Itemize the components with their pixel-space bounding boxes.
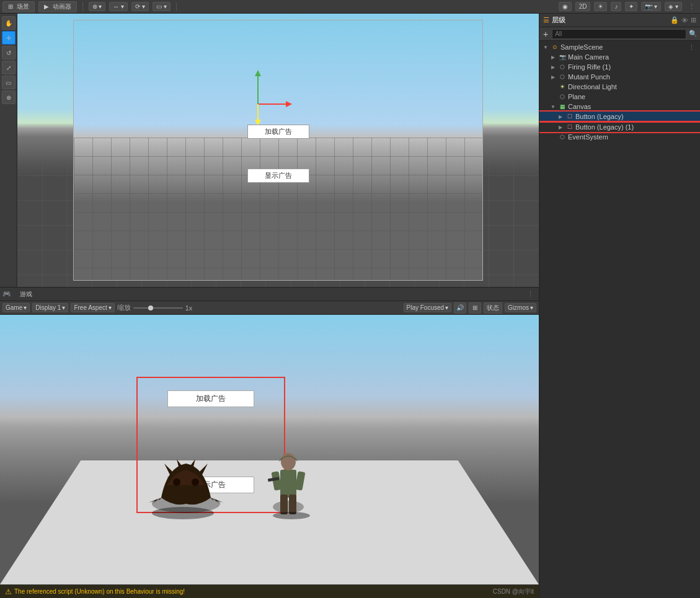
scene-panel-menu[interactable]: ⋮ <box>686 2 698 11</box>
hierarchy-item-plane[interactable]: ▶ ⬡ Plane <box>539 92 700 102</box>
hierarchy-search-input[interactable] <box>552 29 686 39</box>
scale-tool-btn[interactable]: ⟳ ▾ <box>131 2 149 11</box>
scale-container: 缩放 1x <box>117 303 193 312</box>
svg-rect-10 <box>280 470 296 498</box>
rifle-item-icon: ⬡ <box>558 63 567 71</box>
button-legacy-1-label: Button (Legacy) (1) <box>575 123 634 131</box>
scale-slider[interactable] <box>133 307 183 309</box>
game-options-toolbar: Game ▾ Display 1 ▾ Free Aspect ▾ 缩放 1x <box>0 301 539 315</box>
hierarchy-item-button-legacy[interactable]: ▶ ☐ Button (Legacy) <box>539 112 700 121</box>
transform-tool[interactable]: ⊕ <box>2 90 16 104</box>
game-tab[interactable]: 游戏 <box>16 289 36 300</box>
scene-load-ad-btn[interactable]: 加载广告 <box>247 125 309 139</box>
plane-item-icon: ⬡ <box>558 92 567 101</box>
game-load-ad-btn[interactable]: 加载广告 <box>167 390 254 407</box>
button-legacy-1-expand-arrow[interactable]: ▶ <box>557 123 564 131</box>
canvas-expand-arrow[interactable]: ▼ <box>549 103 557 110</box>
rifle-item-label: Firing Rifle (1) <box>568 63 611 71</box>
gizmos-chevron-icon: ▾ <box>530 304 533 311</box>
sep2 <box>176 2 177 11</box>
error-text: The referenced script (Unknown) on this … <box>14 588 185 595</box>
hierarchy-eye-icon[interactable]: 👁 <box>681 17 688 24</box>
event-item-icon: ⬡ <box>558 133 567 141</box>
mutant-item-label: Mutant Punch <box>568 73 610 81</box>
game-toolbar: 🎮 游戏 ⋮ <box>0 288 539 301</box>
canvas-item-label: Canvas <box>568 103 591 110</box>
rotate-tool[interactable]: ↺ <box>2 46 16 59</box>
svg-marker-3 <box>286 101 292 107</box>
rect-tool[interactable]: ▭ <box>2 76 16 89</box>
mutant-expand-arrow[interactable]: ▶ <box>549 73 557 81</box>
gizmos-dropdown[interactable]: Gizmos ▾ <box>505 303 536 312</box>
game-icon: 🎮 <box>2 290 11 298</box>
game-view: 🎮 游戏 ⋮ Game ▾ Display 1 ▾ Free Aspect ▾ <box>0 287 539 584</box>
scene-icon: ⊞ <box>8 3 13 10</box>
stats-grid-btn[interactable]: ⊞ <box>469 302 481 314</box>
play-focused-dropdown[interactable]: Play Focused ▾ <box>404 303 452 312</box>
hierarchy-item-canvas[interactable]: ▼ ▦ Canvas <box>539 102 700 112</box>
shader-btn[interactable]: ◉ <box>559 2 572 11</box>
audio-btn[interactable]: ♪ <box>611 2 621 11</box>
hierarchy-item-event-system[interactable]: ▶ ⬡ EventSystem <box>539 132 700 142</box>
game-chevron-icon: ▾ <box>24 304 27 311</box>
csdn-credit: CSDN @向宇it <box>493 587 534 596</box>
camera-item-icon: 📷 <box>558 53 567 61</box>
audio-toggle-btn[interactable]: 🔊 <box>454 302 466 314</box>
camera-expand-arrow[interactable]: ▶ <box>549 53 557 61</box>
scale-tool[interactable]: ⤢ <box>2 61 16 74</box>
scene-item-label: SampleScene <box>560 43 603 51</box>
animator-tab-btn[interactable]: ▶ 动画器 <box>38 1 77 12</box>
rect-tool-btn[interactable]: ▭ ▾ <box>153 2 171 11</box>
canvas-grid <box>74 138 482 280</box>
svg-point-9 <box>273 501 304 513</box>
game-panel-menu[interactable]: ⋮ <box>525 290 536 298</box>
hierarchy-lock-icon[interactable]: 🔒 <box>670 16 679 24</box>
button-legacy-expand-arrow[interactable]: ▶ <box>557 113 564 120</box>
scene-canvas: 加载广告 显示广告 <box>73 20 483 281</box>
hand-tool[interactable]: ✋ <box>2 16 16 30</box>
left-panel: ✋ ✛ ↺ ⤢ ▭ ⊕ <box>0 14 539 598</box>
effects-btn[interactable]: ✦ <box>625 2 637 11</box>
hierarchy-content: ▼ ⊙ SampleScene ⋮ ▶ 📷 Main Camera ▶ ⬡ Fi… <box>539 41 700 598</box>
hierarchy-item-directional-light[interactable]: ▶ ☀ Directional Light <box>539 82 700 92</box>
svg-rect-13 <box>295 471 305 491</box>
play-focused-chevron-icon: ▾ <box>445 304 448 311</box>
game-dropdown[interactable]: Game ▾ <box>2 303 30 312</box>
svg-point-8 <box>192 478 199 486</box>
aspect-dropdown[interactable]: Free Aspect ▾ <box>71 303 114 312</box>
game-viewport[interactable]: 加载广告 显示广告 <box>0 315 539 584</box>
search-icon: 🔍 <box>689 30 698 38</box>
scene-tab-btn[interactable]: ⊞ 场景 <box>2 1 35 12</box>
move-tool[interactable]: ✛ <box>2 31 16 45</box>
sep1 <box>82 2 83 11</box>
rotate-tool-btn[interactable]: ↔ ▾ <box>109 2 128 11</box>
event-item-label: EventSystem <box>568 133 608 141</box>
rifle-expand-arrow[interactable]: ▶ <box>549 63 557 71</box>
aspect-chevron-icon: ▾ <box>109 304 112 311</box>
scene-viewport[interactable]: 加载广告 显示广告 <box>17 14 539 287</box>
display-dropdown[interactable]: Display 1 ▾ <box>32 303 68 312</box>
hierarchy-item-sample-scene[interactable]: ▼ ⊙ SampleScene ⋮ <box>539 42 700 52</box>
camera-btn[interactable]: 📷 ▾ <box>641 2 661 11</box>
hierarchy-item-button-legacy-1[interactable]: ▶ ☐ Button (Legacy) (1) <box>539 122 700 132</box>
move-tool-btn[interactable]: ⊕ ▾ <box>89 2 106 11</box>
hierarchy-add-btn[interactable]: + <box>542 29 549 39</box>
hierarchy-more-icon[interactable]: ⊞ <box>691 16 696 24</box>
hierarchy-item-firing-rifle[interactable]: ▶ ⬡ Firing Rifle (1) <box>539 62 700 72</box>
light-item-icon: ☀ <box>558 82 567 91</box>
hierarchy-item-main-camera[interactable]: ▶ 📷 Main Camera <box>539 52 700 62</box>
scene-show-ad-btn[interactable]: 显示广告 <box>247 169 309 183</box>
light-item-label: Directional Light <box>568 83 617 90</box>
scene-expand-arrow[interactable]: ▼ <box>542 43 549 51</box>
button-legacy-1-icon: ☐ <box>565 123 574 131</box>
soldier-shape <box>267 448 310 516</box>
light-btn[interactable]: ☀ <box>594 2 607 11</box>
canvas-item-icon: ▦ <box>558 102 567 111</box>
stats-dropdown[interactable]: 状态 <box>484 302 502 314</box>
display-chevron-icon: ▾ <box>62 304 65 311</box>
scene-item-menu[interactable]: ⋮ <box>686 43 698 51</box>
gizmos-top-btn[interactable]: ◈ ▾ <box>665 2 682 11</box>
svg-point-7 <box>173 478 180 486</box>
hierarchy-item-mutant-punch[interactable]: ▶ ⬡ Mutant Punch <box>539 72 700 82</box>
2d-btn[interactable]: 2D <box>575 2 591 11</box>
